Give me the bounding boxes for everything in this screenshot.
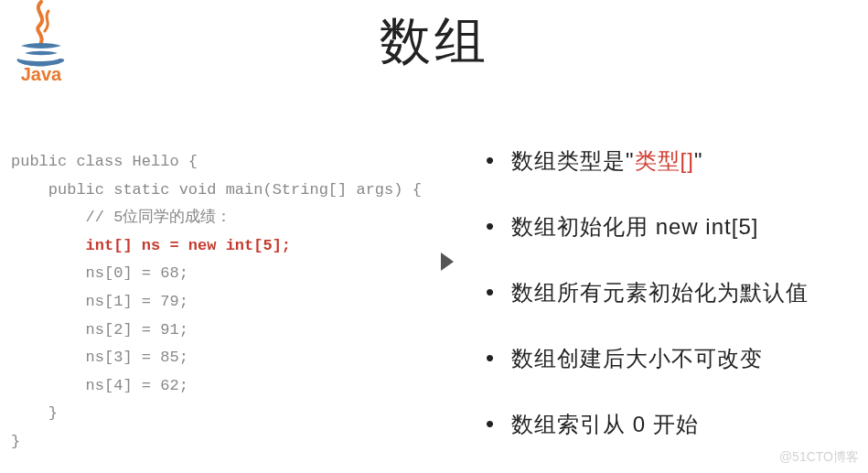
code-block: public class Hello { public static void … [11, 148, 422, 457]
bullet-item: 数组索引从 0 开始 [480, 410, 809, 439]
code-line: } [11, 433, 20, 450]
bullet-text: 数组创建后大小不可改变 [511, 346, 763, 371]
play-icon[interactable] [441, 253, 454, 271]
code-line: ns[1] = 79; [11, 293, 188, 310]
code-line: } [11, 404, 58, 422]
bullet-text: 数组初始化用 new int[5] [511, 214, 758, 239]
code-line: // 5位同学的成绩： [11, 209, 231, 226]
bullet-text: 数组所有元素初始化为默认值 [511, 280, 809, 305]
code-line: ns[4] = 62; [11, 377, 188, 394]
code-line-highlight: int[] ns = new int[5]; [11, 237, 291, 254]
bullet-red-text: 类型[] [635, 148, 694, 173]
bullet-text: 数组类型是" [511, 148, 635, 173]
bullet-item: 数组创建后大小不可改变 [480, 344, 809, 373]
code-line: ns[2] = 91; [11, 321, 188, 339]
code-line: ns[0] = 68; [11, 264, 188, 282]
code-line: public class Hello { [11, 153, 198, 170]
bullet-list: 数组类型是"类型[]" 数组初始化用 new int[5] 数组所有元素初始化为… [480, 146, 809, 473]
bullet-text: 数组索引从 0 开始 [511, 412, 699, 436]
watermark: @51CTO博客 [779, 449, 859, 466]
bullet-item: 数组类型是"类型[]" [480, 146, 809, 176]
bullet-item: 数组初始化用 new int[5] [480, 212, 809, 242]
code-line: public static void main(String[] args) { [11, 181, 422, 199]
bullet-item: 数组所有元素初始化为默认值 [480, 278, 809, 307]
bullet-text: " [694, 148, 703, 173]
slide-title: 数组 [0, 7, 868, 77]
code-line: ns[3] = 85; [11, 349, 188, 366]
